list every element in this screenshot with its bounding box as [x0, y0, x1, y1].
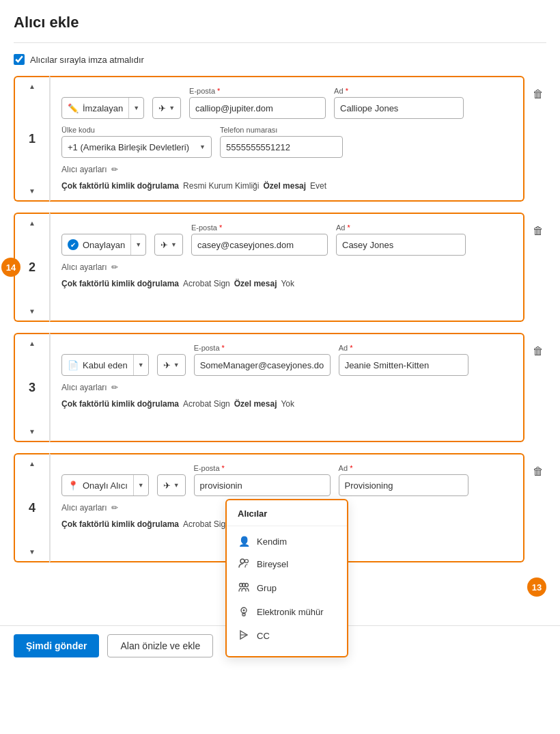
- recipient-1-mfa-value: Resmi Kurum Kimliği: [183, 181, 259, 191]
- dropdown-item-cc[interactable]: CC: [227, 624, 347, 648]
- recipient-2-ozel-value: Yok: [281, 279, 294, 288]
- recipient-1-card: ✏️ İmzalayan ▼ ✈ ▼ E-posta *: [49, 76, 524, 202]
- order-checkbox-label[interactable]: Alıcılar sırayla imza atmalıdır: [30, 55, 144, 65]
- recipient-2-role-group: ✔ Onaylayan ▼: [61, 234, 146, 256]
- dropdown-item-cc-label: CC: [257, 631, 270, 641]
- svg-point-1: [245, 560, 249, 563]
- recipient-3-ozel-value: Yok: [281, 399, 294, 409]
- recipient-4-email-input[interactable]: [194, 474, 331, 496]
- recipient-4-email-group: E-posta *: [194, 464, 331, 496]
- recipient-3-name-input[interactable]: [339, 354, 468, 376]
- recipient-4-role-select[interactable]: 📍 Onaylı Alıcı ▼: [61, 474, 149, 496]
- chevron-down-4[interactable]: ▼: [29, 548, 36, 556]
- delete-recipient-4[interactable]: 🗑: [530, 463, 546, 480]
- recipient-4-settings-label[interactable]: Alıcı ayarları: [61, 503, 107, 513]
- send-now-button[interactable]: Şimdi gönder: [14, 634, 99, 657]
- badge-13: 13: [527, 577, 546, 597]
- recipient-3-mfa-value: Acrobat Sign: [183, 399, 230, 409]
- recipient-1-email-input[interactable]: [189, 97, 326, 119]
- recipient-2-settings-row: Alıcı ayarları ✏: [61, 262, 512, 272]
- recipient-1-send-method[interactable]: ✈ ▼: [152, 97, 181, 119]
- recipient-3-settings-label[interactable]: Alıcı ayarları: [61, 383, 107, 392]
- recipient-2-role-arrow[interactable]: ▼: [130, 234, 145, 255]
- divider: [14, 42, 546, 43]
- recipient-1-settings-label[interactable]: Alıcı ayarları: [61, 165, 107, 174]
- recipient-4-number-col: ▲ 4 ▼: [14, 453, 49, 562]
- recipient-2-send-method[interactable]: ✈ ▼: [154, 234, 183, 256]
- recipient-1-number-col: ▲ 1 ▼: [14, 76, 49, 202]
- recipient-3-ozel-label: Özel mesaj: [234, 399, 277, 409]
- svg-point-0: [240, 559, 244, 563]
- recipient-4-name-input[interactable]: [339, 474, 468, 496]
- recipient-1-country-label: Ülke kodu: [61, 126, 212, 134]
- dropdown-item-grup-label: Grup: [257, 583, 277, 593]
- send-icon-2: ✈: [160, 240, 168, 250]
- onaylialici-icon: 📍: [68, 480, 79, 491]
- chevron-up-4[interactable]: ▲: [29, 460, 36, 467]
- dropdown-item-elektronik[interactable]: Elektronik mühür: [227, 600, 347, 624]
- recipient-1-wrapper: ▲ 1 ▼ ✏️ İmzalayan ▼: [14, 76, 546, 202]
- edit-icon-4[interactable]: ✏: [111, 503, 118, 513]
- page-title: Alıcı ekle: [14, 14, 546, 31]
- recipient-2-card: ✔ Onaylayan ▼ ✈ ▼ E-posta *: [49, 213, 524, 322]
- edit-icon-3[interactable]: ✏: [111, 383, 118, 392]
- recipient-1-country-select[interactable]: +1 (Amerika Birleşik Devletleri) ▼: [61, 136, 212, 158]
- recipient-2-mfa-value: Acrobat Sign: [183, 279, 230, 288]
- recipient-3-role-arrow[interactable]: ▼: [133, 355, 148, 375]
- edit-icon-2[interactable]: ✏: [111, 262, 118, 272]
- recipient-3-role-select[interactable]: 📄 Kabul eden ▼: [61, 354, 149, 376]
- chevron-up-1[interactable]: ▲: [29, 83, 36, 90]
- recipient-1-row1: ✏️ İmzalayan ▼ ✈ ▼ E-posta *: [61, 87, 512, 119]
- recipient-3-mfa-label: Çok faktörlü kimlik doğrulama: [61, 399, 179, 409]
- chevron-down-2[interactable]: ▼: [29, 308, 36, 315]
- recipient-2-info-row: Çok faktörlü kimlik doğrulama Acrobat Si…: [61, 279, 512, 288]
- recipient-2-number: 2: [29, 230, 36, 305]
- recipient-3-name-label: Ad *: [339, 344, 468, 352]
- dropdown-item-bireysel[interactable]: Bireysel: [227, 552, 347, 576]
- recipient-1-info-row: Çok faktörlü kimlik doğrulama Resmi Kuru…: [61, 181, 512, 191]
- recipient-1-role-arrow[interactable]: ▼: [128, 98, 143, 118]
- edit-icon-1[interactable]: ✏: [111, 165, 118, 174]
- chevron-down-1[interactable]: ▼: [29, 187, 36, 195]
- recipient-1-role-select[interactable]: ✏️ İmzalayan ▼: [61, 97, 144, 119]
- recipient-1-country-value: +1 (Amerika Birleşik Devletleri): [68, 142, 189, 152]
- recipient-4-role-arrow[interactable]: ▼: [133, 475, 148, 495]
- dropdown-item-kendim[interactable]: 👤 Kendim: [227, 530, 347, 552]
- recipient-2-email-input[interactable]: [191, 234, 328, 256]
- recipient-4-role-group: 📍 Onaylı Alıcı ▼: [61, 474, 149, 496]
- recipient-4-send-method[interactable]: ✈ ▼: [157, 474, 186, 496]
- recipient-2-settings-label[interactable]: Alıcı ayarları: [61, 262, 107, 272]
- recipient-3-email-input[interactable]: [194, 354, 331, 376]
- recipient-1-name-input[interactable]: [334, 97, 464, 119]
- order-checkbox[interactable]: [14, 54, 25, 65]
- recipient-1-number: 1: [29, 93, 36, 185]
- recipient-4-role-main: 📍 Onaylı Alıcı: [62, 480, 133, 491]
- kabul-icon: 📄: [68, 360, 79, 370]
- recipient-1-settings-row: Alıcı ayarları ✏: [61, 165, 512, 174]
- chevron-down-3[interactable]: ▼: [29, 428, 36, 435]
- chevron-up-3[interactable]: ▲: [29, 340, 36, 347]
- recipient-2-role-select[interactable]: ✔ Onaylayan ▼: [61, 234, 146, 256]
- preview-button[interactable]: Alan önizle ve ekle: [107, 634, 213, 657]
- delete-recipient-2[interactable]: 🗑: [530, 222, 546, 240]
- recipient-1-mfa-label: Çok faktörlü kimlik doğrulama: [61, 181, 179, 191]
- recipient-1-country-group: Ülke kodu +1 (Amerika Birleşik Devletler…: [61, 126, 212, 158]
- delete-recipient-3[interactable]: 🗑: [530, 342, 546, 360]
- recipient-1-ozel-label: Özel mesaj: [263, 181, 306, 191]
- recipient-4-mfa-label: Çok faktörlü kimlik doğrulama: [61, 519, 179, 529]
- recipient-3-send-method[interactable]: ✈ ▼: [157, 354, 186, 376]
- delete-recipient-1[interactable]: 🗑: [530, 85, 546, 103]
- chevron-up-2[interactable]: ▲: [29, 219, 36, 227]
- recipient-1-ozel-value: Evet: [310, 181, 326, 191]
- recipient-1-email-group: E-posta *: [189, 87, 326, 119]
- kendim-icon: 👤: [238, 536, 250, 547]
- recipient-1-row2: Ülke kodu +1 (Amerika Birleşik Devletler…: [61, 126, 512, 158]
- cc-icon: [238, 629, 250, 642]
- badge-14: 14: [1, 258, 20, 277]
- recipient-4-email-label: E-posta *: [194, 464, 331, 472]
- recipient-1-phone-input[interactable]: [220, 136, 343, 158]
- dropdown-item-grup[interactable]: Grup: [227, 576, 347, 600]
- recipient-2-name-input[interactable]: [336, 234, 466, 256]
- recipient-2-row1: ✔ Onaylayan ▼ ✈ ▼ E-posta *: [61, 223, 512, 256]
- send-arrow-2: ▼: [171, 241, 177, 248]
